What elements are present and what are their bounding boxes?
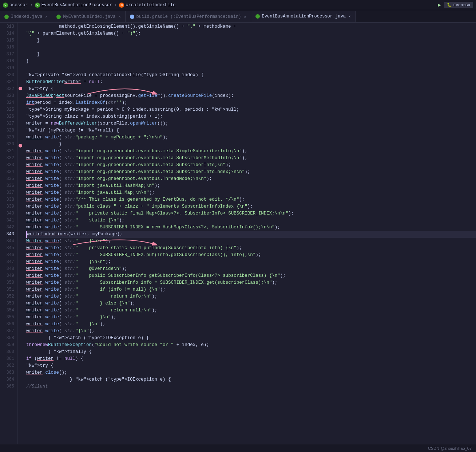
breakpoint-331[interactable]: [17, 151, 23, 158]
breakpoint-356[interactable]: [17, 324, 23, 331]
code-area[interactable]: method.getEnclosingElement().getSimpleNa…: [23, 23, 476, 452]
breakpoint-328[interactable]: [17, 128, 23, 135]
tab-close-indexed[interactable]: ✕: [45, 15, 47, 19]
class-icon: C: [35, 3, 40, 8]
code-line-320: "kw">private "kw">void createInfoIndexFi…: [26, 72, 476, 79]
tab-close-myeventbusindex[interactable]: ✕: [118, 15, 120, 19]
line-number-356: 356: [0, 321, 17, 328]
line-number-337: 337: [0, 189, 17, 196]
breakpoint-364[interactable]: [17, 379, 23, 386]
code-line-316: [26, 44, 476, 51]
line-number-347: 347: [0, 259, 17, 266]
breakpoint-342[interactable]: [17, 227, 23, 234]
line-number-313: 313: [0, 23, 17, 30]
breakpoint-318[interactable]: [17, 57, 23, 64]
tab-close-processor[interactable]: ✕: [349, 14, 351, 19]
breakpoint-343[interactable]: [17, 234, 23, 241]
breakpoint-327[interactable]: [17, 121, 23, 128]
line-number-362: 362: [0, 362, 17, 369]
code-line-358: } "kw">catch ("type">IOException e) {: [26, 335, 476, 342]
breakpoint-354[interactable]: [17, 310, 23, 317]
breakpoint-316[interactable]: [17, 43, 23, 50]
breakpoint-326[interactable]: [17, 114, 23, 121]
breakpoint-349[interactable]: [17, 275, 23, 282]
breakpoint-313[interactable]: [17, 23, 23, 30]
breakpoint-317[interactable]: [17, 50, 23, 57]
line-number-359: 359: [0, 342, 17, 349]
breakpoint-322[interactable]: [17, 87, 23, 94]
breakpoint-361[interactable]: [17, 358, 23, 365]
tab-icon-build: [130, 15, 134, 19]
processor-icon: C: [3, 3, 8, 8]
breakpoint-351[interactable]: [17, 289, 23, 296]
breakpoint-335[interactable]: [17, 178, 23, 185]
breakpoint-362[interactable]: [17, 365, 23, 372]
tab-processor[interactable]: EventBusAnnotationProcessor.java ✕: [251, 11, 356, 22]
breakpoint-360[interactable]: [17, 351, 23, 358]
breakpoint-355[interactable]: [17, 317, 23, 324]
code-line-330: }: [26, 141, 476, 148]
code-line-360: } "kw">finally {: [26, 349, 476, 355]
line-number-332: 332: [0, 155, 17, 162]
breakpoint-338[interactable]: [17, 199, 23, 206]
breadcrumb-class: EventBusAnnotationProcessor: [41, 3, 112, 8]
title-bar: C ocessor › C EventBusAnnotationProcesso…: [0, 0, 476, 10]
breakpoint-345[interactable]: [17, 248, 23, 255]
breakpoint-359[interactable]: [17, 345, 23, 351]
tab-close-build[interactable]: ✕: [244, 15, 246, 19]
code-line-364: } "kw">catch ("type">IOException e) {: [26, 376, 476, 383]
code-line-343: writeIndexLines(writer, myPackage);: [26, 231, 476, 238]
breakpoint-323[interactable]: [17, 94, 23, 101]
breakpoint-325[interactable]: [17, 107, 23, 114]
line-number-319: 319: [0, 65, 17, 72]
breakpoint-357[interactable]: [17, 331, 23, 338]
line-numbers: 3133143153163173183193203213223233243253…: [0, 23, 17, 452]
tab-label-myeventbusindex: MyEventBusIndex.java: [63, 14, 115, 19]
line-number-329: 329: [0, 134, 17, 141]
breakpoint-320[interactable]: [17, 71, 23, 78]
breakpoint-330[interactable]: [17, 144, 23, 151]
breakpoint-324[interactable]: [17, 101, 23, 107]
tab-label-build: build.gradle (:EventBusPerformance:main): [136, 14, 241, 19]
tab-indexed[interactable]: Indexed.java ✕: [0, 11, 52, 22]
breakpoint-363[interactable]: [17, 372, 23, 379]
code-line-317: }: [26, 51, 476, 58]
breakpoint-332[interactable]: [17, 158, 23, 165]
breakpoint-346[interactable]: [17, 255, 23, 262]
code-line-359: throw new RuntimeException("Could not wr…: [26, 342, 476, 349]
tab-build-gradle[interactable]: build.gradle (:EventBusPerformance:main)…: [126, 11, 251, 22]
breakpoint-341[interactable]: [17, 220, 23, 227]
breakpoint-333[interactable]: [17, 165, 23, 172]
breakpoint-336[interactable]: [17, 185, 23, 192]
eventbus-button[interactable]: 🐛 EventBu: [444, 2, 473, 8]
line-number-320: 320: [0, 72, 17, 79]
line-number-346: 346: [0, 252, 17, 259]
breakpoint-340[interactable]: [17, 213, 23, 220]
breakpoint-321[interactable]: [17, 78, 23, 85]
breakpoint-365[interactable]: [17, 386, 23, 393]
breakpoint-319[interactable]: [17, 64, 23, 71]
line-number-363: 363: [0, 369, 17, 376]
code-line-318: }: [26, 58, 476, 65]
breakpoint-347[interactable]: [17, 262, 23, 268]
breakpoint-348[interactable]: [17, 268, 23, 275]
breakpoint-337[interactable]: [17, 192, 23, 199]
breakpoint-352[interactable]: [17, 296, 23, 303]
tab-myeventbusindex[interactable]: MyEventBusIndex.java ✕: [52, 11, 125, 22]
line-number-355: 355: [0, 314, 17, 321]
code-line-354: writer.write( str: " return null;\n");: [26, 307, 476, 314]
breakpoint-334[interactable]: [17, 172, 23, 178]
breakpoint-344[interactable]: [17, 241, 23, 248]
breakpoint-350[interactable]: [17, 282, 23, 289]
breakpoint-358[interactable]: [17, 338, 23, 345]
code-line-313: method.getEnclosingElement().getSimpleNa…: [26, 23, 476, 30]
code-line-341: writer.write( str: " static {\n");: [26, 217, 476, 224]
breakpoint-353[interactable]: [17, 303, 23, 310]
code-line-362: "kw">try {: [26, 362, 476, 369]
breakpoint-315[interactable]: [17, 36, 23, 43]
code-container: 3133143153163173183193203213223233243253…: [0, 23, 476, 452]
breakpoint-339[interactable]: [17, 206, 23, 213]
breakpoint-314[interactable]: [17, 30, 23, 36]
breakpoint-329[interactable]: [17, 135, 23, 142]
line-number-314: 314: [0, 30, 17, 37]
